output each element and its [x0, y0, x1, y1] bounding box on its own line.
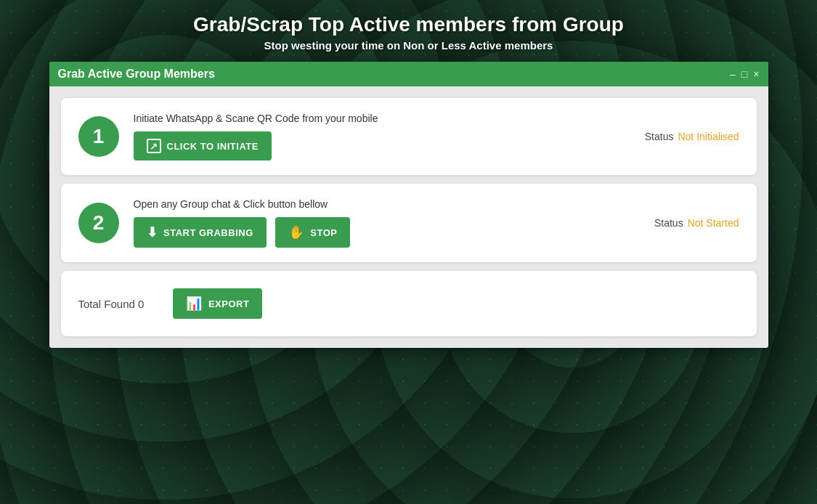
- step1-content: Initiate WhatsApp & Scane QR Code from y…: [134, 113, 630, 160]
- step2-instruction: Open any Group chat & Click button bello…: [134, 198, 640, 210]
- initiate-button-label: CLICK TO INITIATE: [167, 141, 259, 152]
- app-window: Grab Active Group Members – □ × 1 Initia…: [49, 62, 768, 348]
- step1-status-value: Not Initialised: [678, 131, 739, 142]
- step2-status: Status Not Started: [654, 217, 739, 229]
- grab-icon: ⬇: [147, 224, 158, 240]
- step2-status-value: Not Started: [688, 217, 739, 229]
- stop-icon: ✋: [288, 224, 305, 240]
- total-found-label: Total Found: [78, 298, 135, 310]
- step2-content: Open any Group chat & Click button bello…: [134, 198, 640, 248]
- step2-status-label: Status: [654, 217, 683, 229]
- launch-icon: [147, 139, 161, 153]
- window-title: Grab Active Group Members: [58, 68, 215, 81]
- step1-status: Status Not Initialised: [645, 131, 739, 142]
- page-wrapper: Grab/Scrap Top Active members from Group…: [0, 0, 817, 348]
- start-grabbing-button[interactable]: ⬇ START GRABBING: [134, 217, 267, 248]
- step1-buttons: CLICK TO INITIATE: [134, 131, 630, 160]
- export-card: Total Found 0 📊 EXPORT: [61, 271, 757, 336]
- total-found-value: 0: [138, 298, 144, 310]
- export-button-label: EXPORT: [208, 298, 249, 309]
- initiate-button[interactable]: CLICK TO INITIATE: [134, 131, 272, 160]
- export-button[interactable]: 📊 EXPORT: [173, 288, 262, 319]
- step1-card: 1 Initiate WhatsApp & Scane QR Code from…: [61, 98, 757, 175]
- total-found: Total Found 0: [78, 298, 145, 310]
- titlebar: Grab Active Group Members – □ ×: [49, 62, 768, 86]
- stop-button[interactable]: ✋ STOP: [275, 217, 351, 248]
- maximize-button[interactable]: □: [741, 69, 747, 79]
- stop-button-label: STOP: [310, 227, 337, 238]
- page-title: Grab/Scrap Top Active members from Group: [193, 13, 624, 36]
- close-button[interactable]: ×: [753, 69, 759, 79]
- step1-number: 1: [78, 116, 119, 157]
- step2-number: 2: [78, 203, 119, 243]
- step2-card: 2 Open any Group chat & Click button bel…: [61, 184, 757, 262]
- step1-status-label: Status: [645, 131, 674, 142]
- minimize-button[interactable]: –: [730, 69, 736, 79]
- export-icon: 📊: [186, 296, 203, 312]
- window-controls: – □ ×: [730, 69, 759, 79]
- page-subtitle: Stop westing your time on Non or Less Ac…: [264, 39, 553, 52]
- window-body: 1 Initiate WhatsApp & Scane QR Code from…: [49, 86, 768, 348]
- step2-buttons: ⬇ START GRABBING ✋ STOP: [134, 217, 640, 248]
- start-grabbing-label: START GRABBING: [163, 227, 253, 238]
- step1-instruction: Initiate WhatsApp & Scane QR Code from y…: [134, 113, 630, 124]
